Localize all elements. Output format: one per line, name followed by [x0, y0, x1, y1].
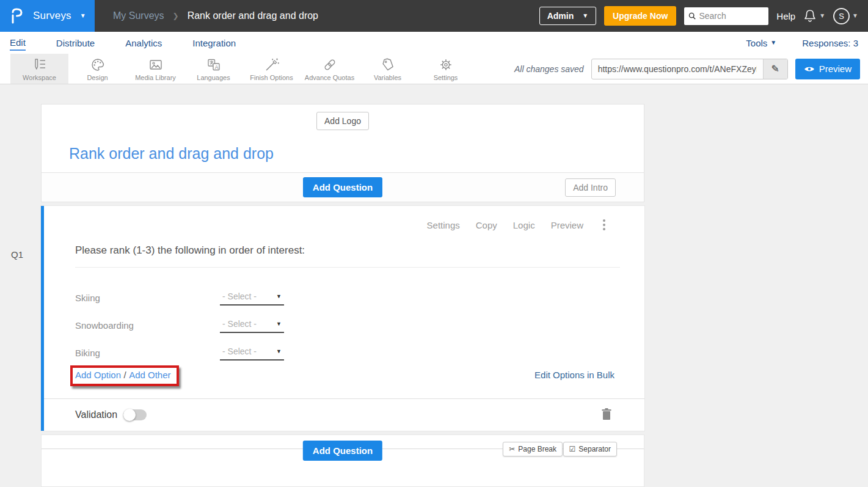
edit-url-button[interactable]: ✎	[763, 59, 787, 79]
admin-label: Admin	[547, 11, 574, 21]
add-logo-button[interactable]: Add Logo	[316, 112, 369, 130]
validation-toggle[interactable]	[123, 409, 147, 420]
option-label-skiing[interactable]: Skiing	[75, 293, 220, 303]
option-label-biking[interactable]: Biking	[75, 348, 220, 358]
tools-label: Tools	[746, 38, 767, 48]
preview-button[interactable]: Preview	[795, 59, 860, 79]
add-option-link[interactable]: Add Option	[75, 370, 121, 380]
topbar-right-group: Admin ▼ Upgrade Now Help ▼ S ▼	[539, 6, 868, 26]
rank-select-snowboarding[interactable]: - Select - ▼	[220, 318, 284, 333]
question-settings-link[interactable]: Settings	[427, 220, 460, 230]
toolbar-item-media-library[interactable]: Media Library	[126, 54, 184, 84]
questionpro-logo-icon	[10, 7, 24, 24]
toolbar-label: Variables	[374, 74, 401, 81]
search-box[interactable]	[684, 7, 768, 25]
caret-down-icon: ▼	[819, 13, 825, 19]
caret-down-icon: ▼	[582, 13, 588, 19]
checkbox-icon: ☑	[569, 445, 576, 453]
tab-analytics[interactable]: Analytics	[125, 35, 162, 50]
toolbar-label: Media Library	[135, 74, 176, 81]
toolbar-item-variables[interactable]: Variables	[359, 54, 417, 84]
option-row: Biking - Select - ▼	[75, 339, 284, 367]
preview-label: Preview	[819, 64, 852, 74]
help-link[interactable]: Help	[776, 11, 795, 21]
toolbar-right-group: All changes saved ✎ Preview	[514, 54, 868, 84]
more-options-icon[interactable]	[603, 219, 605, 230]
question-preview-link[interactable]: Preview	[551, 220, 583, 230]
workspace-icon	[32, 57, 48, 73]
annotation-highlight-box: Add Option / Add Other	[70, 365, 179, 386]
tab-distribute[interactable]: Distribute	[56, 35, 95, 50]
search-input[interactable]	[699, 11, 764, 21]
select-placeholder: - Select -	[222, 291, 257, 301]
toolbar-label: Finish Options	[250, 74, 293, 81]
question-number-label: Q1	[11, 249, 23, 260]
toolbar-item-advance-quotas[interactable]: Advance Quotas	[301, 54, 359, 84]
advance-quotas-icon	[322, 57, 338, 73]
validation-bar: Validation	[44, 398, 644, 431]
option-label-snowboarding[interactable]: Snowboarding	[75, 320, 220, 331]
separator-label: Separator	[578, 445, 611, 453]
account-menu[interactable]: S ▼	[833, 8, 858, 24]
add-question-row-top: Add Question Add Intro	[41, 173, 644, 202]
top-bar: Surveys ▼ My Surveys ❯ Rank order and dr…	[0, 0, 868, 32]
select-placeholder: - Select -	[222, 319, 257, 329]
rank-select-skiing[interactable]: - Select - ▼	[220, 290, 284, 306]
tab-edit[interactable]: Edit	[10, 35, 26, 51]
question-card: Settings Copy Logic Preview Please rank …	[41, 206, 644, 431]
bell-icon	[803, 9, 817, 23]
toolbar-item-workspace[interactable]: Workspace	[10, 54, 68, 84]
answer-options: Skiing - Select - ▼ Snowboarding - Selec…	[75, 284, 284, 367]
survey-url-input[interactable]	[592, 59, 763, 79]
page-break-button[interactable]: ✂ Page Break	[503, 442, 563, 456]
breadcrumb: My Surveys ❯ Rank order and drag and dro…	[113, 10, 318, 21]
scissors-icon: ✂	[509, 445, 515, 453]
toolbar-label: Languages	[197, 74, 230, 81]
autosave-status: All changes saved	[514, 64, 584, 74]
validation-label: Validation	[75, 409, 117, 420]
select-placeholder: - Select -	[222, 346, 257, 356]
question-copy-link[interactable]: Copy	[476, 220, 497, 230]
caret-down-icon: ▼	[276, 348, 282, 354]
editor-workspace: Add Logo Rank order and drag and drop Ad…	[0, 84, 868, 487]
toolbar-label: Design	[87, 74, 108, 81]
upgrade-now-button[interactable]: Upgrade Now	[604, 6, 676, 26]
editor-toolbar: Workspace Design Media Library A	[0, 54, 868, 84]
question-logic-link[interactable]: Logic	[513, 220, 535, 230]
pencil-icon: ✎	[771, 63, 779, 75]
notifications-menu[interactable]: ▼	[803, 9, 825, 23]
survey-url-field: ✎	[591, 59, 788, 79]
media-library-icon	[148, 57, 164, 73]
toolbar-item-finish-options[interactable]: Finish Options	[243, 54, 301, 84]
toolbar-item-languages[interactable]: A Languages	[184, 54, 243, 84]
eye-icon	[804, 65, 815, 73]
survey-header-card: Add Logo Rank order and drag and drop	[41, 104, 644, 173]
toolbar-item-design[interactable]: Design	[68, 54, 126, 84]
trash-icon	[602, 408, 611, 420]
survey-title[interactable]: Rank order and drag and drop	[69, 145, 274, 163]
add-question-button-top[interactable]: Add Question	[303, 177, 382, 197]
delete-question-button[interactable]	[602, 408, 611, 422]
separator-button[interactable]: ☑ Separator	[563, 442, 617, 456]
add-other-link[interactable]: Add Other	[129, 370, 170, 380]
breadcrumb-my-surveys[interactable]: My Surveys	[113, 10, 164, 21]
toolbar-label: Advance Quotas	[305, 74, 354, 81]
avatar: S	[833, 8, 850, 24]
caret-down-icon: ▼	[770, 40, 776, 46]
toolbar-item-settings[interactable]: Settings	[417, 54, 475, 84]
product-switcher[interactable]: Surveys ▼	[0, 0, 95, 32]
settings-icon	[438, 57, 454, 73]
responses-count[interactable]: Responses: 3	[802, 38, 858, 48]
question-text[interactable]: Please rank (1-3) the following in order…	[75, 244, 620, 268]
breadcrumb-survey-title: Rank order and drag and drop	[188, 10, 318, 21]
search-icon	[688, 12, 696, 20]
caret-down-icon: ▼	[852, 13, 858, 19]
admin-dropdown[interactable]: Admin ▼	[539, 7, 596, 25]
edit-options-in-bulk-link[interactable]: Edit Options in Bulk	[534, 370, 615, 380]
nav-right-group: Tools ▼ Responses: 3	[746, 38, 858, 48]
tab-integration[interactable]: Integration	[192, 35, 236, 50]
tools-dropdown[interactable]: Tools ▼	[746, 38, 776, 48]
add-question-button-bottom[interactable]: Add Question	[303, 441, 382, 461]
rank-select-biking[interactable]: - Select - ▼	[220, 345, 284, 361]
add-intro-button[interactable]: Add Intro	[565, 178, 616, 197]
